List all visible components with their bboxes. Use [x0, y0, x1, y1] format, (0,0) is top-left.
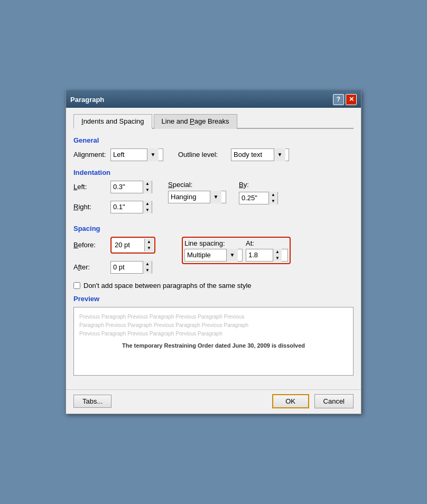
preview-line-2: Paragraph Previous Paragraph Previous Pa…: [79, 321, 348, 330]
indentation-section-label: Indentation: [73, 169, 354, 176]
special-col: Special: ▼: [168, 181, 226, 203]
indentation-left-col: Left: ▲ ▼ Right:: [73, 181, 152, 217]
preview-bold-text: The temporary Restraining Order dated Ju…: [79, 342, 348, 349]
by-col: By: ▲ ▼: [239, 181, 278, 204]
at-spin-btns: ▲ ▼: [273, 249, 282, 262]
tab-indents-spacing[interactable]: Indents and Spacing: [73, 114, 152, 129]
alignment-label: Alignment:: [73, 151, 110, 158]
indent-right-label: Right:: [73, 203, 110, 211]
indent-left-spinner[interactable]: ▲ ▼: [110, 181, 152, 193]
before-highlighted: ▲ ▼: [110, 237, 155, 254]
dont-add-space-label: Don't add space between paragraphs of th…: [83, 282, 252, 290]
at-label: At:: [246, 239, 288, 247]
by-spin-up[interactable]: ▲: [269, 192, 277, 198]
line-spacing-label: Line spacing:: [184, 239, 243, 247]
help-button[interactable]: ?: [333, 94, 344, 105]
indent-left-input[interactable]: [111, 181, 143, 193]
special-input[interactable]: [169, 191, 210, 203]
before-spin-down[interactable]: ▼: [145, 245, 153, 251]
tab-line-page-breaks-label: Line and Page Breaks: [162, 117, 229, 125]
by-spinner[interactable]: ▲ ▼: [239, 192, 278, 204]
preview-box: Previous Paragraph Previous Paragraph Pr…: [73, 307, 354, 376]
footer-right-buttons: OK Cancel: [272, 394, 354, 408]
by-input[interactable]: [239, 192, 268, 204]
alignment-select[interactable]: ▼: [110, 148, 163, 161]
before-spin-up[interactable]: ▲: [145, 239, 153, 245]
help-icon: ?: [337, 96, 340, 103]
preview-section-label: Preview: [73, 295, 354, 303]
after-spin-down[interactable]: ▼: [143, 267, 152, 274]
special-label: Special:: [168, 181, 226, 189]
indent-right-row: Right: ▲ ▼: [73, 201, 152, 213]
at-col: At: ▲ ▼: [246, 239, 288, 262]
by-spin-down[interactable]: ▼: [269, 198, 277, 204]
chevron-down-icon-4: ▼: [230, 252, 235, 258]
before-spinner[interactable]: ▲ ▼: [113, 239, 153, 251]
chevron-down-icon: ▼: [151, 152, 156, 157]
line-spacing-dropdown-arrow[interactable]: ▼: [226, 249, 238, 262]
at-spinner[interactable]: ▲ ▼: [246, 249, 288, 262]
close-button[interactable]: ✕: [346, 94, 357, 105]
indent-left-spin-up[interactable]: ▲: [143, 181, 152, 187]
at-input[interactable]: [246, 249, 273, 261]
outline-level-input[interactable]: [231, 149, 274, 161]
paragraph-dialog: Paragraph ? ✕ Indents and Spacing Line a…: [66, 90, 361, 414]
indent-left-label: Left:: [73, 183, 110, 191]
dialog-footer: Tabs... OK Cancel: [66, 389, 361, 414]
by-label: By:: [239, 181, 278, 189]
chevron-down-icon-3: ▼: [214, 194, 219, 200]
outline-level-dropdown-arrow[interactable]: ▼: [274, 148, 285, 161]
after-spinner[interactable]: ▲ ▼: [110, 261, 152, 274]
indent-right-spin-up[interactable]: ▲: [143, 201, 152, 207]
tab-bar: Indents and Spacing Line and Page Breaks: [73, 113, 354, 129]
tabs-button[interactable]: Tabs...: [73, 395, 112, 408]
dialog-body: Indents and Spacing Line and Page Breaks…: [66, 108, 361, 389]
special-select[interactable]: ▼: [168, 191, 226, 203]
cancel-button[interactable]: Cancel: [314, 394, 354, 408]
general-section-label: General: [73, 136, 354, 144]
preview-gray-text: Previous Paragraph Previous Paragraph Pr…: [79, 313, 348, 338]
outline-level-select[interactable]: ▼: [231, 148, 289, 161]
indentation-right-col: Special: ▼ By: ▲: [168, 181, 278, 204]
spacing-after-row: After: ▲ ▼: [73, 261, 155, 274]
at-spin-down[interactable]: ▼: [273, 255, 282, 262]
at-spin-up[interactable]: ▲: [273, 249, 282, 255]
special-dropdown-arrow[interactable]: ▼: [210, 191, 221, 203]
tab-indents-spacing-label: Indents and Spacing: [81, 117, 144, 125]
before-input[interactable]: [113, 239, 144, 251]
indent-right-spin-down[interactable]: ▼: [143, 207, 152, 213]
after-spin-up[interactable]: ▲: [143, 261, 152, 267]
alignment-dropdown-arrow[interactable]: ▼: [147, 148, 159, 161]
alignment-row: Alignment: ▼ Outline level: ▼: [73, 148, 354, 161]
indent-left-spin-down[interactable]: ▼: [143, 187, 152, 193]
chevron-down-icon-2: ▼: [277, 152, 283, 157]
line-spacing-select[interactable]: ▼: [184, 249, 243, 262]
preview-line-3: Previous Paragraph Previous Paragraph Pr…: [79, 330, 348, 338]
dialog-title: Paragraph: [70, 96, 104, 104]
checkbox-row: Don't add space between paragraphs of th…: [73, 282, 354, 290]
line-spacing-col: Line spacing: ▼: [184, 239, 243, 262]
line-spacing-group: Line spacing: ▼ At:: [182, 237, 291, 264]
indent-right-input[interactable]: [111, 201, 143, 213]
spacing-section: Spacing Before: ▲ ▼: [73, 225, 354, 290]
indent-right-spinner[interactable]: ▲ ▼: [110, 201, 152, 213]
line-spacing-input[interactable]: [185, 249, 226, 261]
preview-section: Preview Previous Paragraph Previous Para…: [73, 295, 354, 376]
indentation-section: Indentation Left: ▲ ▼ Ri: [73, 169, 354, 217]
indent-left-spin-btns: ▲ ▼: [143, 181, 152, 193]
dont-add-space-checkbox[interactable]: [73, 282, 80, 289]
alignment-input[interactable]: [111, 149, 147, 161]
preview-line-1: Previous Paragraph Previous Paragraph Pr…: [79, 313, 348, 321]
after-input[interactable]: [111, 262, 143, 273]
title-bar: Paragraph ? ✕: [66, 91, 361, 108]
ok-button[interactable]: OK: [272, 394, 309, 408]
spacing-before-row: Before: ▲ ▼: [73, 237, 155, 254]
spacing-section-label: Spacing: [73, 225, 354, 232]
tab-line-page-breaks[interactable]: Line and Page Breaks: [154, 114, 237, 129]
by-spin-btns: ▲ ▼: [268, 192, 277, 204]
general-section: General Alignment: ▼ Outline level: ▼: [73, 136, 354, 161]
indent-right-spin-btns: ▲ ▼: [143, 201, 152, 213]
before-spin-btns: ▲ ▼: [144, 239, 153, 251]
indent-left-row: Left: ▲ ▼: [73, 181, 152, 193]
line-spacing-highlighted: Line spacing: ▼ At:: [182, 237, 291, 264]
